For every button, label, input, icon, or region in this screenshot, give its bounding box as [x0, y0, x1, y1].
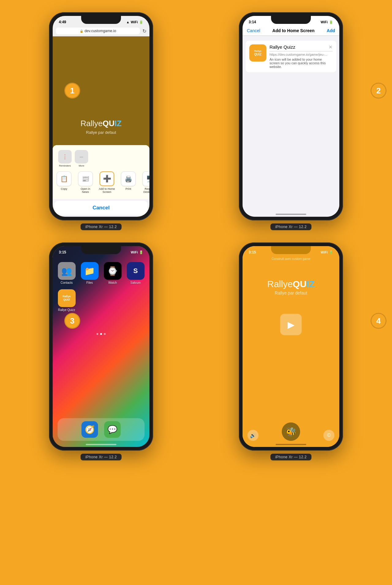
status-icons-4: WiFi 🔋	[321, 250, 333, 254]
safari-dock-icon[interactable]: 🧭	[81, 421, 98, 438]
phone-1-frame: 4:49 ▲ WiFi 🔋 🔒 dev.customgame.io	[49, 12, 153, 220]
share-action-add-home[interactable]: ➕ Add to Home Screen	[99, 171, 115, 193]
print-icon: 🖨️	[125, 175, 132, 182]
salvum-label: Salvum	[130, 281, 141, 284]
battery-icon-1: 🔋	[139, 20, 143, 24]
more-label: More	[79, 164, 84, 167]
signal-icon-1: ▲	[126, 20, 130, 24]
device-label-4: iPhone Xr — 12.2	[270, 454, 312, 460]
bee-icon: 🐝	[282, 422, 300, 441]
phone-3-container: 3:15 WiFi 🔋 👥 Contacts	[12, 242, 190, 460]
app-title-iz-1: IZ	[115, 119, 122, 128]
status-icons-1: ▲ WiFi 🔋	[126, 20, 143, 24]
step-badge-2: 2	[371, 83, 386, 99]
battery-icon-2: 🔋	[329, 20, 333, 24]
reminders-label: Reminders	[59, 164, 71, 167]
rallye-quizz-label: Rallye Quizz	[58, 308, 75, 312]
phone-4-screen: 3:15 WiFi 🔋 Construit avec custom game R…	[243, 246, 339, 447]
share-app-more[interactable]: ··· More	[75, 150, 88, 167]
watch-icon: ⌚	[104, 262, 122, 280]
news-icon: 📰	[82, 175, 89, 182]
share-action-desktop[interactable]: 🖥️ Request Desktop S	[141, 171, 149, 193]
share-sheet-top: ⋮ Reminders ··· More	[53, 145, 149, 199]
home-indicator-4	[276, 444, 306, 445]
home-icon-salvum[interactable]: S Salvum	[126, 262, 145, 284]
rallye-icon-text1: Rallye	[62, 295, 71, 298]
nav-title-2: Add to Home Screen	[272, 28, 315, 33]
share-apps-row: ⋮ Reminders ··· More	[56, 148, 146, 169]
rallye-icon-text2: QUIZ	[63, 298, 70, 302]
copy-icon-box: 📋	[57, 171, 71, 186]
add-home-content: Rallye QUIZ Rallye Quizz ✕ http	[246, 41, 336, 72]
app-icon-large-2: Rallye QUIZ	[249, 44, 266, 62]
screen4-subtitle: Rallye par defaut	[267, 291, 315, 295]
app-title-q-1: QU	[103, 119, 115, 128]
time-4: 3:15	[249, 250, 256, 254]
reminders-icon: ⋮	[58, 150, 72, 163]
phone-1-container: 4:49 ▲ WiFi 🔋 🔒 dev.customgame.io	[12, 12, 190, 230]
print-icon-box: 🖨️	[121, 171, 136, 186]
add-home-icon: ➕	[103, 175, 111, 183]
share-sheet-1: ⋮ Reminders ··· More	[53, 145, 149, 217]
dot-3	[104, 333, 106, 335]
add-home-row: Rallye QUIZ Rallye Quizz ✕ http	[249, 44, 333, 69]
share-action-copy[interactable]: 📋 Copy	[56, 171, 72, 193]
home-icon-rallye[interactable]: Rallye QUIZ Rallye Quizz	[58, 289, 76, 312]
refresh-icon[interactable]: ↻	[142, 28, 146, 34]
contacts-label: Contacts	[61, 281, 73, 284]
notch-2	[271, 16, 311, 24]
wifi-icon-4: WiFi	[321, 250, 328, 254]
app-title-qu-4: QU	[293, 279, 307, 289]
contacts-icon: 👥	[58, 262, 76, 280]
status-icons-2: WiFi 🔋	[321, 20, 333, 24]
sound-icon[interactable]: 🔊	[247, 430, 258, 441]
phone-2-container: 3:14 WiFi 🔋 Cancel Add to Home Screen Ad…	[202, 12, 380, 230]
screen-4-app: 3:15 WiFi 🔋 Construit avec custom game R…	[243, 246, 339, 447]
safari-url-bar[interactable]: 🔒 dev.customgame.io	[56, 28, 140, 34]
phone-1-screen: 4:49 ▲ WiFi 🔋 🔒 dev.customgame.io	[53, 16, 149, 217]
app-title-light-4: Rallye	[267, 279, 292, 289]
add-home-name-input[interactable]: Rallye Quizz ✕	[270, 44, 333, 51]
step-badge-4: 4	[371, 313, 386, 329]
home-indicator-2	[276, 214, 306, 215]
wifi-icon-3: WiFi	[131, 250, 138, 254]
add-home-desc: An icon will be added to your home scree…	[270, 58, 333, 69]
wifi-icon-2: WiFi	[321, 20, 328, 24]
notch-3	[81, 246, 121, 254]
share-action-print[interactable]: 🖨️ Print	[120, 171, 137, 193]
step-badge-3: 3	[64, 313, 80, 329]
rallye-icon: Rallye QUIZ	[58, 289, 76, 307]
files-icon: 📁	[81, 262, 99, 280]
screen-1-safari: 4:49 ▲ WiFi 🔋 🔒 dev.customgame.io	[53, 16, 149, 217]
share-app-reminders[interactable]: ⋮ Reminders	[58, 150, 72, 167]
files-label: Files	[86, 281, 93, 284]
time-2: 3:14	[249, 20, 256, 24]
step-badge-1: 1	[64, 83, 80, 99]
print-label: Print	[126, 187, 131, 190]
phone-3-screen: 3:15 WiFi 🔋 👥 Contacts	[53, 246, 149, 447]
share-action-news[interactable]: 📰 Open in News	[77, 171, 94, 193]
time-1: 4:49	[59, 20, 66, 24]
phone-3-frame: 3:15 WiFi 🔋 👥 Contacts	[49, 242, 153, 451]
home-dots	[53, 333, 149, 335]
app-icon-text-2: Rallye QUIZ	[254, 50, 262, 56]
phone-2-screen: 3:14 WiFi 🔋 Cancel Add to Home Screen Ad…	[243, 16, 339, 217]
notch-1	[81, 16, 121, 24]
safari-bar-1: 🔒 dev.customgame.io ↻	[53, 26, 149, 36]
nav-cancel-btn[interactable]: Cancel	[247, 28, 260, 33]
home-icon-watch[interactable]: ⌚ Watch	[104, 262, 122, 284]
nav-bar-2: Cancel Add to Home Screen Add	[243, 26, 339, 36]
home-icon-contacts[interactable]: 👥 Contacts	[58, 262, 76, 284]
cancel-button-sheet[interactable]: Cancel	[55, 201, 148, 215]
messages-dock-icon[interactable]: 💬	[104, 421, 121, 438]
home-icon-files[interactable]: 📁 Files	[81, 262, 99, 284]
watch-label: Watch	[108, 281, 117, 284]
app-logo-4: Rallye QUIZ	[267, 279, 315, 289]
built-with-text: Construit avec custom game	[272, 257, 311, 261]
copyright-icon[interactable]: ©	[323, 430, 334, 441]
news-icon-box: 📰	[78, 171, 93, 186]
desktop-icon: 🖥️	[146, 175, 150, 182]
clear-icon[interactable]: ✕	[329, 44, 333, 50]
play-button[interactable]: ▶	[280, 314, 302, 335]
nav-add-btn[interactable]: Add	[327, 28, 335, 33]
